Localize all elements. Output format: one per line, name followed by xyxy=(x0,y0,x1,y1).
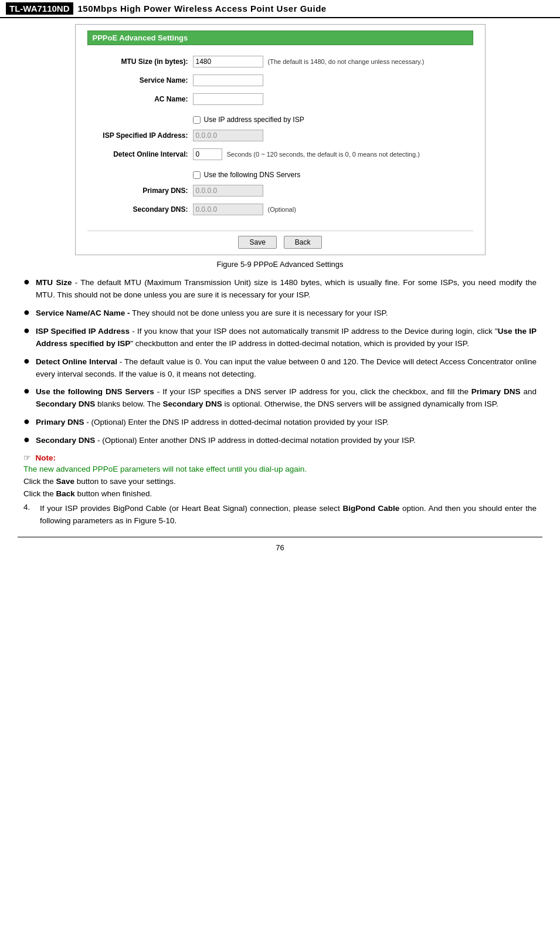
detect-input[interactable] xyxy=(193,148,222,160)
numbered-item-4: 4. If your ISP provides BigPond Cable (o… xyxy=(23,503,537,527)
button-row: Save Back xyxy=(87,231,473,249)
note-label-text: Note: xyxy=(36,453,56,462)
bullet-isp: ● ISP Specified IP Address - If you know… xyxy=(23,326,537,350)
bullet-mtu: ● MTU Size - The default MTU (Maximum Tr… xyxy=(23,277,537,302)
isp-ip-input[interactable] xyxy=(193,130,263,141)
isp-ip-label: ISP Specified IP Address: xyxy=(87,131,193,140)
note-save-text: Click the Save button to save your setti… xyxy=(23,477,537,486)
bullet-dns-text: Use the following DNS Servers - If your … xyxy=(36,386,537,411)
page-number: 76 xyxy=(18,543,542,552)
mtu-row: MTU Size (in bytes): (The default is 148… xyxy=(87,55,473,69)
bullet-dot-4: ● xyxy=(23,355,30,367)
figure-container: PPPoE Advanced Settings MTU Size (in byt… xyxy=(75,24,486,255)
page-content: PPPoE Advanced Settings MTU Size (in byt… xyxy=(0,24,560,567)
use-isp-ip-label: Use IP address specified by ISP xyxy=(204,116,304,124)
note-back-text: Click the Back button when finished. xyxy=(23,489,537,498)
bullet-section: ● MTU Size - The default MTU (Maximum Tr… xyxy=(23,277,537,447)
page-title: 150Mbps High Power Wireless Access Point… xyxy=(78,4,327,13)
secondary-dns-label: Secondary DNS: xyxy=(87,205,193,214)
detect-label: Detect Online Interval: xyxy=(87,150,193,158)
mtu-input[interactable] xyxy=(193,56,263,67)
bullet-detect-text: Detect Online Interval - The default val… xyxy=(36,356,537,381)
form-section: MTU Size (in bytes): (The default is 148… xyxy=(87,52,473,224)
back-button[interactable]: Back xyxy=(284,236,322,249)
bullet-dot-5: ● xyxy=(23,385,30,397)
bullet-secondary-dns-text: Secondary DNS - (Optional) Enter another… xyxy=(36,435,416,447)
bullet-isp-text: ISP Specified IP Address - If you know t… xyxy=(36,326,537,350)
bullet-detect: ● Detect Online Interval - The default v… xyxy=(23,356,537,381)
use-dns-label: Use the following DNS Servers xyxy=(204,171,301,179)
detect-hint: Seconds (0 ~ 120 seconds, the default is… xyxy=(227,151,420,158)
bullet-dot-6: ● xyxy=(23,415,30,428)
service-name-input[interactable] xyxy=(193,75,263,86)
bullet-dot-1: ● xyxy=(23,276,30,288)
note-colored-text: The new advanced PPPoE parameters will n… xyxy=(23,465,537,473)
mtu-label: MTU Size (in bytes): xyxy=(87,57,193,66)
secondary-dns-input[interactable] xyxy=(193,204,263,215)
bullet-primary-dns-text: Primary DNS - (Optional) Enter the DNS I… xyxy=(36,417,389,429)
secondary-dns-row: Secondary DNS: (Optional) xyxy=(87,202,473,216)
service-name-row: Service Name: xyxy=(87,73,473,87)
num-text-4: If your ISP provides BigPond Cable (or H… xyxy=(40,503,537,527)
detect-row: Detect Online Interval: Seconds (0 ~ 120… xyxy=(87,147,473,161)
page-header: TL-WA7110ND 150Mbps High Power Wireless … xyxy=(0,0,560,18)
secondary-dns-hint: (Optional) xyxy=(268,206,296,213)
bullet-dot-2: ● xyxy=(23,306,30,319)
service-name-label: Service Name: xyxy=(87,76,193,84)
use-isp-ip-row: Use IP address specified by ISP xyxy=(193,116,473,124)
bullet-mtu-text: MTU Size - The default MTU (Maximum Tran… xyxy=(36,277,537,302)
ac-name-row: AC Name: xyxy=(87,92,473,106)
primary-dns-row: Primary DNS: xyxy=(87,184,473,198)
bullet-secondary-dns: ● Secondary DNS - (Optional) Enter anoth… xyxy=(23,435,537,447)
primary-dns-label: Primary DNS: xyxy=(87,187,193,195)
primary-dns-input[interactable] xyxy=(193,185,263,197)
save-button[interactable]: Save xyxy=(238,236,276,249)
isp-ip-row: ISP Specified IP Address: xyxy=(87,128,473,143)
use-dns-row: Use the following DNS Servers xyxy=(193,171,473,179)
bullet-primary-dns: ● Primary DNS - (Optional) Enter the DNS… xyxy=(23,417,537,429)
brand-label: TL-WA7110ND xyxy=(6,2,73,15)
bullet-dot-7: ● xyxy=(23,434,30,446)
note-section: ☞ Note: The new advanced PPPoE parameter… xyxy=(23,453,537,498)
bullet-service-text: Service Name/AC Name - They should not b… xyxy=(36,307,388,320)
bullet-dns: ● Use the following DNS Servers - If you… xyxy=(23,386,537,411)
mtu-hint: (The default is 1480, do not change unle… xyxy=(268,58,425,65)
use-dns-checkbox[interactable] xyxy=(193,171,201,179)
bullet-dot-3: ● xyxy=(23,324,30,337)
ac-name-input[interactable] xyxy=(193,93,263,105)
num-label-4: 4. xyxy=(23,503,40,527)
bullet-service: ● Service Name/AC Name - They should not… xyxy=(23,307,537,320)
use-isp-ip-checkbox[interactable] xyxy=(193,116,201,124)
ac-name-label: AC Name: xyxy=(87,95,193,103)
note-label: ☞ Note: xyxy=(23,453,537,462)
figure-title: PPPoE Advanced Settings xyxy=(87,31,473,45)
figure-caption: Figure 5-9 PPPoE Advanced Settings xyxy=(18,260,542,269)
